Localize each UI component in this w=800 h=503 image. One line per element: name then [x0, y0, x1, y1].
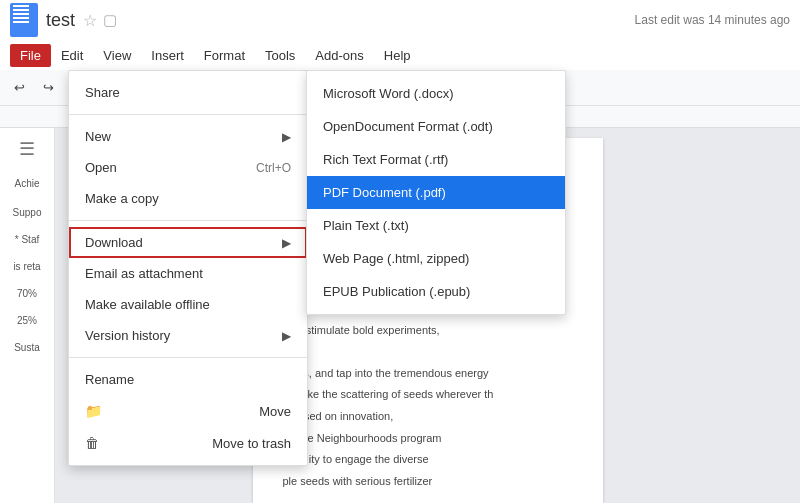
- sidebar-label-susta: Susta: [14, 342, 40, 353]
- download-arrow-icon: ▶: [282, 236, 291, 250]
- move-trash-label: Move to trash: [212, 436, 291, 451]
- docs-logo-icon: [10, 3, 38, 37]
- menu-file[interactable]: File: [10, 44, 51, 67]
- download-txt[interactable]: Plain Text (.txt): [307, 209, 565, 242]
- new-label: New: [85, 129, 111, 144]
- version-history-label: Version history: [85, 328, 170, 343]
- new-arrow-icon: ▶: [282, 130, 291, 144]
- outline-icon[interactable]: ☰: [19, 138, 35, 160]
- star-icon[interactable]: ☆: [83, 11, 97, 30]
- menu-new[interactable]: New ▶: [69, 121, 307, 152]
- download-pdf[interactable]: PDF Document (.pdf): [307, 176, 565, 209]
- make-offline-label: Make available offline: [85, 297, 210, 312]
- doc-line-12: d ability to engage the diverse: [283, 451, 573, 469]
- trash-icon: 🗑: [85, 435, 99, 451]
- sidebar-label-achieve: Achie: [14, 178, 39, 189]
- doc-line-8: ideas, and tap into the tremendous energ…: [283, 365, 573, 383]
- doc-line-10: d based on innovation,: [283, 408, 573, 426]
- txt-label: Plain Text (.txt): [323, 218, 409, 233]
- redo-button[interactable]: ↪: [37, 77, 60, 98]
- menu-make-copy[interactable]: Make a copy: [69, 183, 307, 214]
- download-submenu: Microsoft Word (.docx) OpenDocument Form…: [306, 70, 566, 315]
- download-rtf[interactable]: Rich Text Format (.rtf): [307, 143, 565, 176]
- dropdown-sep-1: [69, 114, 307, 115]
- sidebar-label-70: 70%: [17, 288, 37, 299]
- menu-open[interactable]: Open Ctrl+O: [69, 152, 307, 183]
- menu-move[interactable]: 📁 Move: [69, 395, 307, 427]
- download-odt[interactable]: OpenDocument Format (.odt): [307, 110, 565, 143]
- menu-move-trash[interactable]: 🗑 Move to trash: [69, 427, 307, 459]
- menu-bar: File Edit View Insert Format Tools Add-o…: [0, 40, 800, 70]
- sidebar-label-staff: * Staf: [15, 234, 39, 245]
- docx-label: Microsoft Word (.docx): [323, 86, 454, 101]
- menu-insert[interactable]: Insert: [141, 44, 194, 67]
- menu-help[interactable]: Help: [374, 44, 421, 67]
- rename-label: Rename: [85, 372, 134, 387]
- menu-make-offline[interactable]: Make available offline: [69, 289, 307, 320]
- menu-version-history[interactable]: Version history ▶: [69, 320, 307, 351]
- download-docx[interactable]: Microsoft Word (.docx): [307, 77, 565, 110]
- open-label: Open: [85, 160, 117, 175]
- download-epub[interactable]: EPUB Publication (.epub): [307, 275, 565, 308]
- file-dropdown: Share New ▶ Open Ctrl+O Make a copy Down…: [68, 70, 308, 466]
- download-html[interactable]: Web Page (.html, zipped): [307, 242, 565, 275]
- version-history-arrow-icon: ▶: [282, 329, 291, 343]
- menu-edit[interactable]: Edit: [51, 44, 93, 67]
- menu-tools[interactable]: Tools: [255, 44, 305, 67]
- doc-line-11: wcase Neighbourhoods program: [283, 430, 573, 448]
- sidebar-label-25: 25%: [17, 315, 37, 326]
- menu-addons[interactable]: Add-ons: [305, 44, 373, 67]
- last-edit-label: Last edit was 14 minutes ago: [635, 13, 790, 27]
- doc-line-13: ple seeds with serious fertilizer: [283, 473, 573, 491]
- move-label: Move: [259, 404, 291, 419]
- move-folder-icon: 📁: [85, 403, 102, 419]
- email-attachment-label: Email as attachment: [85, 266, 203, 281]
- left-sidebar: ☰ Achie Suppo * Staf is reta 70% 25% Sus…: [0, 128, 55, 503]
- rtf-label: Rich Text Format (.rtf): [323, 152, 448, 167]
- doc-line-6: is to stimulate bold experiments,: [283, 322, 573, 340]
- doc-line-9: d is like the scattering of seeds wherev…: [283, 386, 573, 404]
- odt-label: OpenDocument Format (.odt): [323, 119, 493, 134]
- menu-format[interactable]: Format: [194, 44, 255, 67]
- dropdown-sep-3: [69, 357, 307, 358]
- make-copy-label: Make a copy: [85, 191, 159, 206]
- download-label: Download: [85, 235, 143, 250]
- folder-icon[interactable]: ▢: [103, 11, 117, 29]
- dropdown-sep-2: [69, 220, 307, 221]
- menu-download[interactable]: Download ▶: [69, 227, 307, 258]
- menu-view[interactable]: View: [93, 44, 141, 67]
- share-label: Share: [85, 85, 120, 100]
- doc-title[interactable]: test: [46, 10, 75, 31]
- open-shortcut: Ctrl+O: [256, 161, 291, 175]
- menu-email-attachment[interactable]: Email as attachment: [69, 258, 307, 289]
- sidebar-label-suppo: Suppo: [13, 207, 42, 218]
- menu-share[interactable]: Share: [69, 77, 307, 108]
- undo-button[interactable]: ↩: [8, 77, 31, 98]
- epub-label: EPUB Publication (.epub): [323, 284, 470, 299]
- top-bar: test ☆ ▢ Last edit was 14 minutes ago: [0, 0, 800, 40]
- pdf-label: PDF Document (.pdf): [323, 185, 446, 200]
- sidebar-label-isret: is reta: [13, 261, 40, 272]
- doc-line-7: [283, 343, 573, 361]
- menu-rename[interactable]: Rename: [69, 364, 307, 395]
- html-label: Web Page (.html, zipped): [323, 251, 469, 266]
